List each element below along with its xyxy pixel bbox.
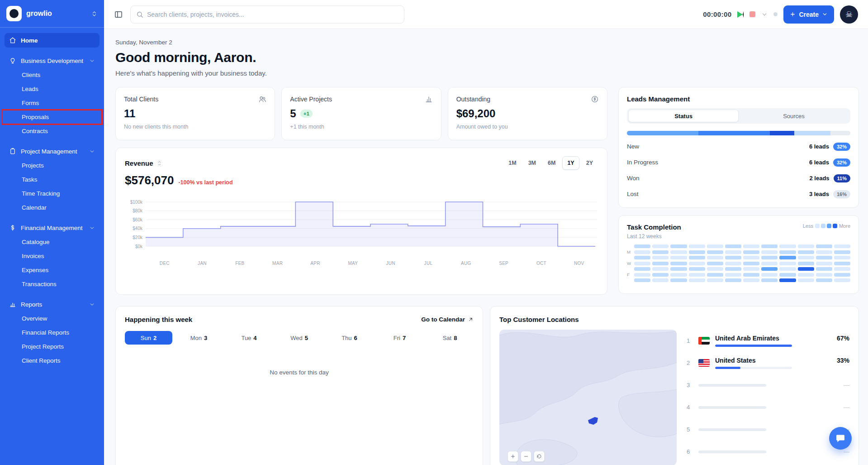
- workspace-switcher[interactable]: growlio: [0, 0, 104, 27]
- search-input[interactable]: [147, 11, 398, 18]
- bar-chart-icon: [425, 95, 433, 103]
- day-tab-wed-5[interactable]: Wed 5: [275, 331, 323, 345]
- user-avatar[interactable]: ☠: [840, 5, 858, 24]
- location-progress-bar: [715, 345, 792, 347]
- range-button-3m[interactable]: 3M: [523, 156, 541, 170]
- heatmap-cell: [798, 278, 814, 282]
- sidebar-item-financial-reports[interactable]: Financial Reports: [5, 326, 100, 340]
- heatmap-cell: [707, 244, 723, 248]
- chevron-down-icon: [89, 302, 95, 307]
- timer-stop-button[interactable]: [749, 11, 755, 17]
- sidebar-section-business-development[interactable]: Business Development: [5, 53, 100, 68]
- flag-canton: [698, 359, 703, 363]
- zoom-in-button[interactable]: [508, 451, 518, 462]
- sidebar-item-leads[interactable]: Leads: [5, 82, 100, 96]
- leads-tab-sources[interactable]: Sources: [739, 110, 849, 122]
- sidebar-section-reports[interactable]: Reports: [5, 297, 100, 312]
- zoom-out-button[interactable]: [521, 451, 531, 462]
- day-tab-mon-3[interactable]: Mon 3: [175, 331, 223, 345]
- go-to-calendar-link[interactable]: Go to Calendar: [421, 316, 474, 323]
- sidebar-item-home[interactable]: Home: [5, 33, 100, 48]
- chat-bubble-icon: [835, 433, 846, 444]
- location-row-united-states: 2 United States33%: [687, 352, 849, 374]
- sidebar-item-calendar[interactable]: Calendar: [5, 201, 100, 215]
- sidebar-item-expenses[interactable]: Expenses: [5, 263, 100, 277]
- leads-tab-status[interactable]: Status: [628, 110, 739, 122]
- sidebar-item-forms[interactable]: Forms: [5, 96, 100, 110]
- x-axis-label: FEB: [221, 261, 259, 266]
- heatmap-row: [627, 256, 850, 259]
- sidebar-item-catalogue[interactable]: Catalogue: [5, 235, 100, 249]
- stat-card-outstanding: Outstanding $69,200 Amount owed to you: [448, 87, 607, 140]
- day-tab-tue-4[interactable]: Tue 4: [225, 331, 273, 345]
- heatmap-cell: [743, 278, 759, 282]
- day-tab-fri-7[interactable]: Fri 7: [376, 331, 423, 345]
- heatmap-cell: [689, 250, 705, 254]
- create-label: Create: [799, 11, 819, 18]
- range-button-2y[interactable]: 2Y: [581, 156, 598, 170]
- sidebar-item-client-reports[interactable]: Client Reports: [5, 354, 100, 368]
- day-tab-sun-2[interactable]: Sun 2: [125, 331, 172, 345]
- heatmap-cell: [652, 278, 669, 282]
- sidebar-item-overview[interactable]: Overview: [5, 312, 100, 326]
- chat-widget-button[interactable]: [829, 427, 852, 450]
- sidebar-item-proposals[interactable]: Proposals: [5, 110, 100, 124]
- sidebar-item-project-reports[interactable]: Project Reports: [5, 340, 100, 354]
- bulb-icon: [9, 57, 16, 64]
- create-button[interactable]: Create: [783, 5, 834, 24]
- sidebar-item-contracts[interactable]: Contracts: [5, 124, 100, 138]
- avatar-skull-icon: ☠: [845, 10, 853, 19]
- heatmap-cell: [743, 250, 759, 254]
- current-date: Sunday, November 2: [115, 39, 859, 46]
- sidebar: growlio HomeBusiness DevelopmentClientsL…: [0, 0, 104, 465]
- heatmap-cell: [743, 256, 759, 259]
- week-title: Happening this week: [125, 316, 192, 323]
- sort-icon[interactable]: [157, 160, 162, 166]
- status-dot: [773, 12, 778, 16]
- range-button-6m[interactable]: 6M: [543, 156, 560, 170]
- greeting-subtitle: Here's what's happening with your busine…: [115, 69, 859, 77]
- sidebar-item-clients[interactable]: Clients: [5, 68, 100, 82]
- sidebar-item-projects[interactable]: Projects: [5, 158, 100, 173]
- sidebar-section-financial-management[interactable]: Financial Management: [5, 221, 100, 235]
- chart-icon: [9, 301, 16, 308]
- revenue-title: Revenue: [125, 159, 153, 167]
- sidebar-item-invoices[interactable]: Invoices: [5, 249, 100, 263]
- timer-play-button[interactable]: [737, 11, 744, 18]
- sidebar-toggle-button[interactable]: [114, 10, 123, 19]
- empty-state-text: No events for this day: [125, 369, 474, 376]
- heatmap-cell: [834, 273, 850, 277]
- map-reset-button[interactable]: [534, 451, 545, 462]
- heatmap-cell: [670, 278, 687, 282]
- sidebar-item-tasks[interactable]: Tasks: [5, 173, 100, 187]
- world-map[interactable]: [499, 330, 677, 465]
- stats-row: Total Clients 11 No new clients this mon…: [115, 87, 607, 140]
- stat-note: +1 this month: [290, 124, 432, 130]
- heatmap-cell: [779, 262, 796, 265]
- sidebar-item-transactions[interactable]: Transactions: [5, 277, 100, 291]
- heatmap-cell: [834, 278, 850, 282]
- range-button-1y[interactable]: 1Y: [562, 156, 579, 170]
- sidebar-section-project-management[interactable]: Project Management: [5, 144, 100, 158]
- day-tab-thu-6[interactable]: Thu 6: [326, 331, 373, 345]
- x-axis-label: AUG: [447, 261, 485, 266]
- sidebar-item-time-tracking[interactable]: Time Tracking: [5, 187, 100, 201]
- day-tab-sat-8[interactable]: Sat 8: [426, 331, 474, 345]
- heatmap-cell: [689, 273, 705, 277]
- dollar-icon: [9, 224, 16, 231]
- locations-title: Top Customer Locations: [499, 316, 849, 323]
- svg-text:$0k: $0k: [135, 244, 143, 249]
- heatmap-cell: [707, 256, 723, 259]
- flag-us-icon: [698, 359, 710, 367]
- lead-pct-badge: 32%: [833, 143, 850, 151]
- leads-management-card: Leads Management StatusSources New 6 lea…: [618, 87, 859, 208]
- chevron-down-icon: [89, 58, 95, 64]
- legend-swatch: [827, 224, 831, 228]
- chevron-down-icon[interactable]: [761, 11, 768, 18]
- stat-value: 5: [290, 107, 296, 120]
- svg-text:$80k: $80k: [133, 208, 143, 213]
- heatmap-cell: [743, 273, 759, 277]
- range-button-1m[interactable]: 1M: [503, 156, 521, 170]
- revenue-delta: -100% vs last period: [178, 179, 232, 186]
- location-row-united-arab-emirates: 1 United Arab Emirates67%: [687, 330, 849, 352]
